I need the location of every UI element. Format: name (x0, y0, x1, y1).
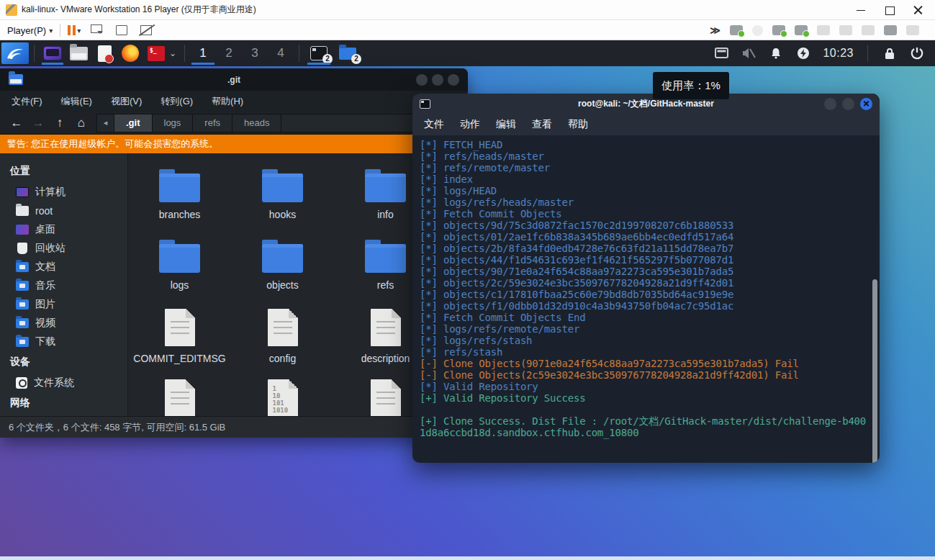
menu-item[interactable]: 文件 (424, 118, 444, 131)
sidebar-item[interactable]: 下载 (9, 333, 127, 351)
sidebar-item[interactable]: root (9, 202, 127, 220)
unity-mode-button[interactable] (139, 24, 153, 37)
workspace-button[interactable]: 1 (190, 42, 216, 65)
file-item-icon (262, 173, 303, 202)
panel-divider (299, 45, 299, 62)
sidebar-item[interactable]: 计算机 (9, 183, 127, 202)
cdrom-device-icon[interactable] (752, 25, 763, 36)
sidebar-item[interactable]: 文件系统 (9, 374, 127, 392)
notifications-bell-icon[interactable] (765, 42, 787, 64)
chevron-down-icon: ▾ (49, 27, 53, 35)
terminal-output[interactable]: [*] FETCH_HEAD[*] refs/heads/master[*] r… (412, 135, 880, 463)
workspace-button[interactable]: 2 (216, 42, 242, 65)
file-grid-item[interactable] (128, 376, 231, 416)
logout-icon[interactable] (906, 42, 928, 64)
task-terminal-window[interactable]: 2 (304, 42, 333, 65)
kali-menu-button[interactable] (1, 42, 29, 64)
file-manager-titlebar[interactable]: .git (0, 68, 468, 91)
printer-device-icon[interactable] (884, 25, 897, 35)
terminal-titlebar[interactable]: root@kali: ~/文档/GitHack-master (412, 94, 880, 114)
file-grid-item[interactable]: config (231, 306, 334, 376)
task-file-manager-window[interactable]: 2 (333, 42, 362, 65)
network-device-icon[interactable] (772, 25, 785, 35)
sidebar-item[interactable]: 文档 (9, 258, 127, 276)
launcher-dropdown-icon[interactable]: ⌄ (169, 48, 176, 58)
terminal-output-line: [*] logs/refs/stash (420, 335, 869, 346)
power-manager-icon[interactable] (792, 42, 814, 64)
menu-item[interactable]: 查看 (532, 118, 552, 131)
player-menu-label: Player(P) (7, 25, 46, 36)
send-ctrl-alt-del-button[interactable] (90, 24, 104, 37)
file-grid-item[interactable]: COMMIT_EDITMSG (128, 306, 231, 376)
home-icon[interactable]: ⌂ (71, 116, 92, 130)
file-grid-item[interactable]: 1 10 101 1010 (231, 376, 334, 416)
lock-screen-icon[interactable] (879, 42, 900, 64)
computer-icon (16, 187, 29, 197)
panel-system-tray: 10:23 (710, 42, 935, 64)
launcher-file-manager[interactable] (66, 42, 91, 65)
panel-clock[interactable]: 10:23 (823, 47, 854, 60)
close-button[interactable] (860, 98, 872, 110)
menu-item[interactable]: 编辑(E) (61, 95, 92, 108)
minimize-button[interactable] (856, 5, 866, 15)
launcher-text-editor[interactable] (91, 42, 117, 65)
usb-device-icon[interactable] (839, 25, 852, 35)
breadcrumb-segment[interactable]: .git (114, 114, 153, 132)
terminal-output-line: [*] logs/refs/heads/master (420, 197, 869, 208)
sound-device-icon[interactable] (795, 25, 808, 35)
player-menu-button[interactable]: Player(P) ▾ (7, 25, 53, 36)
sidebar-item[interactable]: 回收站 (9, 239, 127, 258)
fullscreen-button[interactable] (114, 24, 129, 37)
menu-item[interactable]: 动作 (460, 118, 480, 131)
file-grid-item[interactable]: branches (128, 165, 231, 235)
launcher-root-terminal[interactable]: $_ (143, 42, 169, 65)
sidebar-item[interactable]: 视频 (9, 314, 127, 333)
file-grid-item[interactable]: objects (231, 235, 334, 306)
menu-item[interactable]: 帮助 (568, 118, 588, 131)
suspend-vm-button[interactable] (68, 25, 76, 35)
file-grid-item[interactable]: logs (128, 235, 231, 306)
usb-device-icon[interactable] (862, 25, 875, 35)
harddisk-device-icon[interactable] (730, 25, 743, 35)
window-count-badge: 2 (322, 54, 333, 64)
back-icon[interactable]: ← (6, 116, 27, 130)
usb-device-icon[interactable] (906, 25, 919, 35)
terminal-output-line: [*] logs/refs/remote/master (420, 323, 869, 335)
scrollbar-thumb[interactable] (872, 279, 877, 463)
sidebar-item[interactable]: 图片 (9, 295, 127, 314)
sidebar-item[interactable]: 桌面 (9, 220, 127, 239)
file-manager-sidebar: 位置 计算机 root (0, 153, 128, 416)
usb-device-icon[interactable] (817, 25, 830, 35)
suspend-dropdown-icon[interactable]: ▾ (77, 27, 81, 35)
up-icon[interactable]: ↑ (49, 116, 71, 130)
menu-item[interactable]: 文件(F) (12, 95, 42, 108)
launcher-terminal[interactable] (40, 42, 66, 65)
sidebar-section-places: 位置 (10, 165, 127, 178)
menu-item[interactable]: 转到(G) (161, 95, 193, 108)
file-manager-app-icon (70, 47, 88, 60)
terminal-output-line: [+] Clone Success. Dist File : /root/文档/… (420, 415, 869, 438)
sidebar-item[interactable]: 音乐 (9, 276, 127, 295)
menu-item[interactable]: 视图(V) (111, 95, 142, 108)
file-item-icon (371, 309, 401, 346)
terminal-output-line: [*] objects/2b/8fa34fd0edb4728e76c63fd21… (420, 243, 869, 254)
file-grid-item[interactable]: hooks (231, 165, 334, 235)
breadcrumb-segment[interactable]: refs (193, 114, 232, 132)
workspace-button[interactable]: 4 (268, 42, 294, 65)
workspace-button[interactable]: 3 (242, 42, 268, 65)
forward-icon[interactable]: → (27, 116, 49, 130)
desktop-wallpaper: .git 文件(F)编辑(E)视图(V)转到(G)帮助(H) ← → ↑ ⌂ ◂ (0, 66, 935, 560)
breadcrumb-segment[interactable]: logs (153, 114, 194, 132)
display-settings-icon[interactable] (710, 42, 732, 64)
breadcrumb-segment[interactable]: heads (232, 114, 281, 132)
vmware-window-title: kali-linux- VMware Workstation 16 Player… (22, 4, 256, 16)
close-button[interactable] (913, 5, 923, 15)
file-item-label: refs (377, 279, 394, 291)
audio-muted-icon[interactable] (738, 42, 759, 64)
breadcrumb-prev-icon[interactable]: ◂ (97, 114, 114, 132)
menu-item[interactable]: 帮助(H) (212, 95, 243, 108)
launcher-firefox[interactable] (117, 42, 143, 65)
menu-item[interactable]: 编辑 (496, 118, 516, 131)
maximize-button[interactable] (885, 5, 895, 15)
expand-devices-icon[interactable]: ≫ (710, 24, 721, 36)
